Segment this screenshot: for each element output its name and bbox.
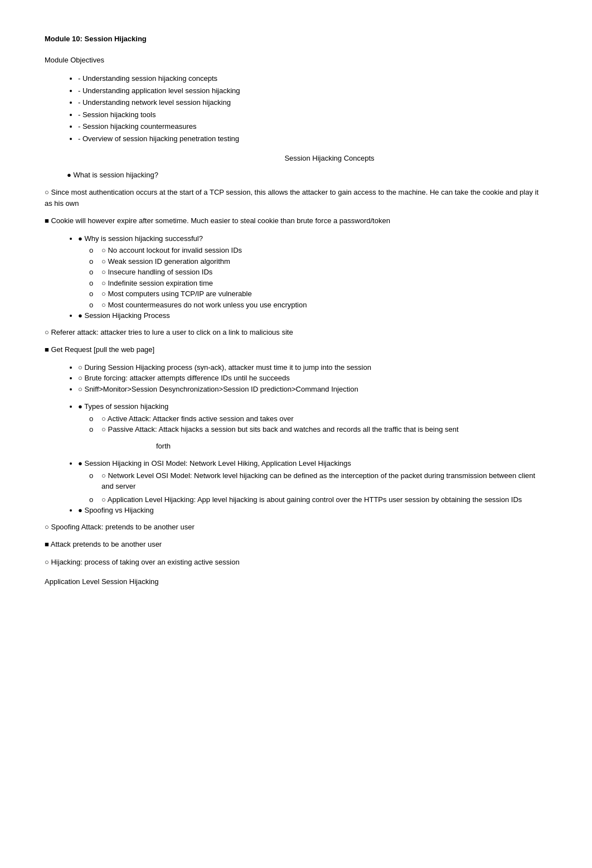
spoofing-item: ● Spoofing vs Hijacking [78, 505, 547, 516]
list-item: - Session hijacking countermeasures [78, 121, 547, 132]
types-bullet: ● Types of session hijacking o ○ Active … [78, 401, 547, 435]
list-item: o ○ Insecure handling of session IDs [89, 267, 547, 278]
why-bullet: ● Why is session hijacking successful? o… [78, 233, 547, 311]
why-section: ● Why is session hijacking successful? o… [67, 233, 547, 321]
objectives-list: - Understanding session hijacking concep… [78, 73, 547, 144]
list-item: ○ Brute forcing: attacker attempts diffe… [78, 373, 547, 384]
list-item: o ○ Most computers using TCP/IP are vuln… [89, 288, 547, 300]
list-item: - Overview of session hijacking penetrat… [78, 133, 547, 144]
list-item: - Session hijacking tools [78, 109, 547, 120]
since-text: ○ Since most authentication occurs at th… [45, 187, 547, 209]
why-label: ● Why is session hijacking successful? [78, 234, 203, 243]
list-item: - Understanding application level sessio… [78, 85, 547, 97]
list-item: o ○ Indefinite session expiration time [89, 278, 547, 289]
list-item: o ○ Network Level OSI Model: Network lev… [89, 470, 547, 492]
app-level-heading: Application Level Session Hijacking [45, 576, 547, 587]
osi-section: ● Session Hijacking in OSI Model: Networ… [67, 458, 547, 516]
spoofing-text: ○ Spoofing Attack: pretends to be anothe… [45, 522, 547, 533]
forth-text: forth [156, 441, 547, 452]
list-item: ○ Sniff>Monitor>Session Desynchronizatio… [78, 384, 547, 395]
page-title: Module 10: Session Hijacking [45, 33, 547, 45]
list-item: o ○ Active Attack: Attacker finds active… [89, 413, 547, 425]
what-is: ● What is session hijacking? [67, 170, 547, 181]
get-request: ■ Get Request [pull the web page] [45, 344, 547, 355]
section-heading: Session Hijacking Concepts [111, 153, 547, 164]
session-process-item: ● Session Hijacking Process [78, 310, 547, 321]
osi-label: ● Session Hijacking in OSI Model: Networ… [78, 459, 351, 467]
list-item: - Understanding session hijacking concep… [78, 73, 547, 84]
cookie-text: ■ Cookie will however expire after somet… [45, 215, 547, 226]
referer-text: ○ Referer attack: attacker tries to lure… [45, 327, 547, 338]
list-item: - Understanding network level session hi… [78, 97, 547, 108]
list-item: o ○ Passive Attack: Attack hijacks a ses… [89, 424, 547, 435]
list-item: o ○ Application Level Hijacking: App lev… [89, 494, 547, 505]
section-label: Module Objectives [45, 55, 547, 66]
attack-text: ■ Attack pretends to be another user [45, 539, 547, 550]
list-item: o ○ No account lockout for invalid sessi… [89, 245, 547, 256]
list-item: o ○ Most countermeasures do not work unl… [89, 300, 547, 311]
during-list: ○ During Session Hijacking process (syn-… [78, 362, 547, 395]
osi-bullet: ● Session Hijacking in OSI Model: Networ… [78, 458, 547, 505]
types-section: ● Types of session hijacking o ○ Active … [67, 401, 547, 435]
list-item: ○ During Session Hijacking process (syn-… [78, 362, 547, 373]
types-label: ● Types of session hijacking [78, 402, 168, 411]
list-item: o ○ Weak session ID generation algorithm [89, 256, 547, 267]
hijacking-text: ○ Hijacking: process of taking over an e… [45, 557, 547, 568]
